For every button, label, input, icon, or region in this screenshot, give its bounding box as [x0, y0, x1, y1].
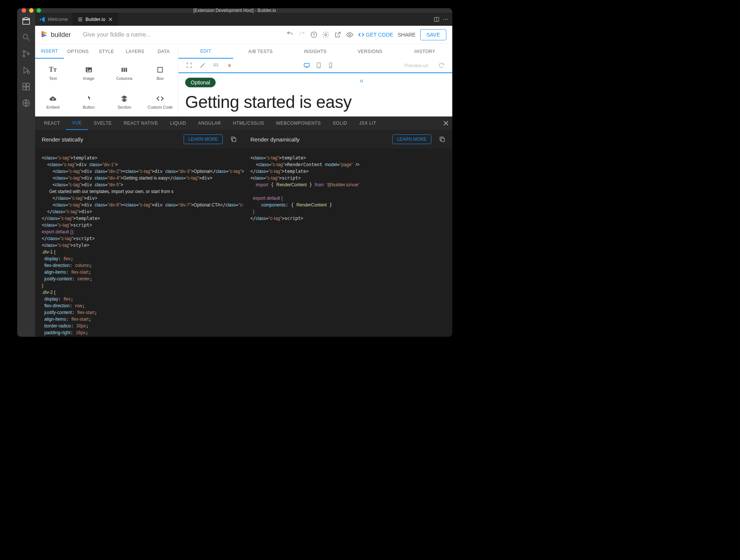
fw-vue[interactable]: VUE — [66, 116, 88, 130]
tab-data[interactable]: DATA — [149, 44, 178, 59]
close-icon[interactable] — [107, 16, 113, 22]
svg-rect-23 — [126, 68, 127, 72]
insert-code[interactable]: Custom Code — [142, 88, 178, 117]
fw-angular[interactable]: ANGULAR — [192, 116, 227, 130]
fw-html[interactable]: HTML/CSS/JS — [227, 116, 270, 130]
close-panel-icon[interactable] — [442, 119, 450, 127]
more-icon[interactable] — [443, 16, 449, 22]
dynamic-header: Render dynamically LEARN MORE — [244, 130, 452, 149]
main: 1 Welcome Builder.io — [17, 13, 452, 337]
desktop-icon[interactable] — [303, 62, 310, 69]
builder-content: TтText Image Columns Box Embed Button Se… — [35, 59, 452, 116]
refresh-icon[interactable] — [438, 62, 445, 69]
builder-app: builder Give your fiddle a name... GET C… — [35, 26, 452, 337]
svg-point-18 — [349, 34, 350, 36]
framework-tabs: REACT VUE SVELTE REACT NATIVE LIQUID ANG… — [35, 116, 452, 130]
activitybar: 1 — [17, 13, 35, 337]
svg-rect-5 — [23, 83, 26, 86]
search-icon[interactable] — [22, 33, 31, 42]
fw-jsxlit[interactable]: JSX LIT — [353, 116, 382, 130]
svg-point-14 — [445, 19, 446, 20]
dynamic-code[interactable]: <class="c-tag">template> <class="c-tag">… — [244, 149, 452, 337]
extensions-icon[interactable] — [22, 82, 31, 91]
tab-welcome[interactable]: Welcome — [35, 13, 73, 26]
svg-rect-22 — [124, 68, 125, 72]
flame-icon[interactable] — [226, 62, 233, 69]
save-button[interactable]: SAVE — [420, 29, 446, 40]
redo-icon[interactable] — [298, 31, 306, 38]
tab-insights[interactable]: INSIGHTS — [288, 44, 343, 59]
svg-rect-7 — [23, 87, 26, 90]
svg-rect-24 — [158, 67, 163, 72]
open-external-icon[interactable] — [334, 31, 341, 38]
copy-icon[interactable] — [230, 136, 237, 143]
fiddle-name-input[interactable]: Give your fiddle a name... — [83, 31, 180, 38]
tablet-icon[interactable] — [315, 62, 322, 69]
columns-icon — [120, 66, 128, 74]
explorer-icon[interactable] — [22, 16, 31, 25]
help-icon[interactable] — [310, 31, 318, 38]
tab-style[interactable]: STYLE — [92, 44, 121, 59]
builder-header: builder Give your fiddle a name... GET C… — [35, 26, 452, 44]
insert-text[interactable]: TтText — [35, 59, 71, 88]
list-icon — [77, 16, 83, 22]
svg-rect-31 — [304, 63, 309, 67]
pencil-icon[interactable] — [199, 62, 206, 69]
fw-svelte[interactable]: SVELTE — [88, 116, 118, 130]
cloud-icon — [49, 94, 57, 103]
tab-versions[interactable]: VERSIONS — [343, 44, 397, 59]
code-headers: Render statically LEARN MORE Render dyna… — [35, 130, 452, 149]
mobile-icon[interactable] — [327, 62, 334, 69]
fw-solid[interactable]: SOLID — [327, 116, 353, 130]
code-columns: <class="c-tag">template> <class="c-tag">… — [35, 149, 452, 337]
grid-icon[interactable] — [213, 62, 219, 69]
canvas[interactable]: Optional Getting started is easy — [178, 72, 452, 116]
insert-image[interactable]: Image — [71, 59, 107, 88]
remote-icon[interactable] — [22, 99, 31, 108]
static-header: Render statically LEARN MORE — [35, 130, 244, 149]
split-icon[interactable] — [434, 16, 440, 22]
run-icon[interactable] — [22, 66, 31, 75]
preview-url[interactable]: Preview url — [405, 63, 428, 68]
fw-liquid[interactable]: LIQUID — [164, 116, 192, 130]
builder-logo[interactable]: builder — [41, 30, 71, 39]
fullscreen-icon[interactable] — [186, 62, 193, 69]
tab-options[interactable]: OPTIONS — [64, 44, 93, 59]
text-icon: Tт — [49, 66, 57, 74]
insert-box[interactable]: Box — [142, 59, 178, 88]
get-code-button[interactable]: GET CODE — [358, 31, 393, 38]
fw-rn[interactable]: REACT NATIVE — [118, 116, 164, 130]
svg-rect-28 — [213, 65, 215, 66]
fw-react[interactable]: REACT — [38, 116, 66, 130]
zoom-icon[interactable] — [37, 8, 41, 13]
eye-icon[interactable] — [346, 31, 353, 38]
static-code[interactable]: <class="c-tag">template> <class="c-tag">… — [35, 149, 244, 337]
tab-edit[interactable]: EDIT — [178, 44, 233, 59]
insert-button[interactable]: Button — [71, 88, 107, 117]
gear-icon[interactable] — [322, 31, 330, 38]
share-button[interactable]: SHARE — [397, 32, 415, 38]
tab-builder[interactable]: Builder.io — [73, 13, 118, 26]
optional-pill[interactable]: Optional — [185, 78, 216, 87]
fw-wc[interactable]: WEBCOMPONENTS — [270, 116, 327, 130]
selection-handle[interactable] — [360, 80, 363, 82]
tab-abtests[interactable]: A/B TESTS — [233, 44, 288, 59]
insert-embed[interactable]: Embed — [35, 88, 71, 117]
insert-section[interactable]: Section — [107, 88, 143, 117]
svg-rect-6 — [26, 83, 29, 86]
learn-more-static[interactable]: LEARN MORE — [184, 134, 223, 144]
hero-text[interactable]: Getting started is easy — [185, 92, 446, 112]
copy-icon[interactable] — [439, 136, 446, 143]
close-icon[interactable] — [22, 8, 26, 13]
learn-more-dynamic[interactable]: LEARN MORE — [392, 134, 431, 144]
insert-columns[interactable]: Columns — [107, 59, 143, 88]
svg-point-33 — [318, 67, 319, 67]
tab-layers[interactable]: LAYERS — [121, 44, 150, 59]
tab-history[interactable]: HISTORY — [397, 44, 452, 59]
tabbar: Welcome Builder.io — [35, 13, 452, 26]
minimize-icon[interactable] — [29, 8, 34, 13]
tab-label: Welcome — [48, 16, 68, 22]
undo-icon[interactable] — [286, 31, 294, 38]
tab-insert[interactable]: INSERT — [35, 44, 64, 59]
source-control-icon[interactable] — [22, 49, 31, 58]
